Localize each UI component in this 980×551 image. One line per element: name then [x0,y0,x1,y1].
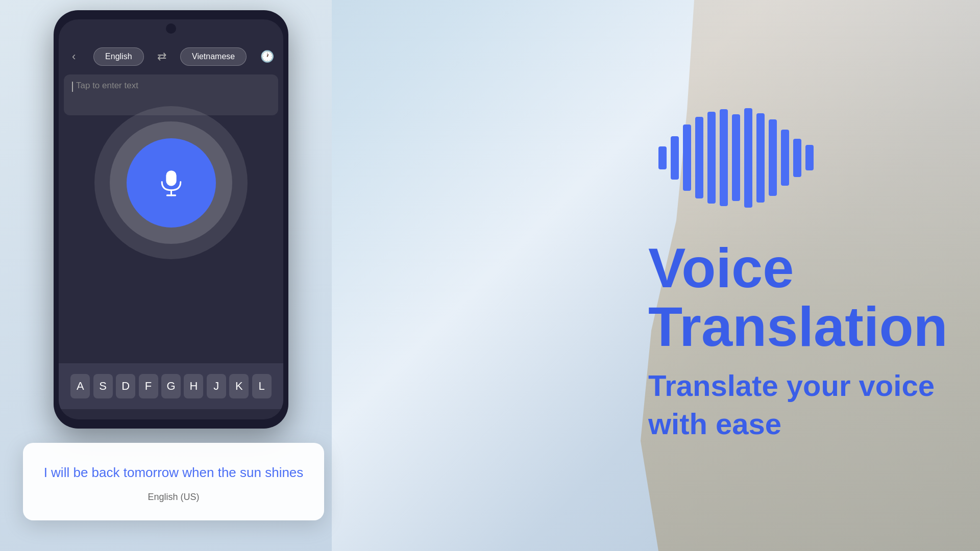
back-button[interactable]: ‹ [68,46,80,67]
wave-bar-0 [658,146,667,169]
sound-wave-visualization [658,108,949,208]
text-cursor [72,82,73,92]
target-language-button[interactable]: Vietnamese [180,47,247,66]
keyboard: A S D F G H J K L [59,363,283,409]
key-d[interactable]: D [116,374,135,398]
key-l[interactable]: L [252,374,272,398]
key-a[interactable]: A [70,374,90,398]
source-language-button[interactable]: English [93,47,143,66]
wave-bar-2 [683,124,691,191]
wave-bar-8 [756,113,765,203]
wave-bar-4 [707,112,716,204]
key-s[interactable]: S [93,374,113,398]
wave-bar-1 [671,136,679,180]
recognition-language: English (US) [43,492,304,503]
key-h[interactable]: H [184,374,203,398]
mic-outer-ring [94,106,248,259]
wave-bar-7 [744,108,752,208]
phone-mockup: ‹ English ⇄ Vietnamese 🕐 Tap to enter te… [54,10,288,429]
key-j[interactable]: J [207,374,226,398]
main-title: Voice Translation [648,238,949,356]
phone-notch [166,23,176,34]
key-f[interactable]: F [139,374,158,398]
subtitle: Translate your voice with ease [648,366,949,443]
wave-bar-5 [720,109,728,206]
voice-recognition-card: I will be back tomorrow when the sun shi… [23,443,324,520]
key-k[interactable]: K [229,374,249,398]
history-button[interactable]: 🕐 [260,50,274,63]
mic-area [59,111,283,254]
wave-bar-12 [805,145,814,170]
right-content-area: Voice Translation Translate your voice w… [332,0,980,551]
mic-button[interactable] [127,138,216,228]
key-g[interactable]: G [161,374,181,398]
wave-bar-6 [732,114,740,201]
mic-middle-ring [110,121,232,244]
recognized-text: I will be back tomorrow when the sun shi… [43,463,304,482]
subtitle-line1: Translate your voice [648,369,935,402]
swap-languages-button[interactable]: ⇄ [157,50,166,63]
input-placeholder: Tap to enter text [76,81,138,91]
wave-bar-11 [793,139,801,177]
phone-screen: ‹ English ⇄ Vietnamese 🕐 Tap to enter te… [59,19,283,419]
wave-bar-3 [695,117,703,198]
wave-bar-10 [781,130,789,186]
wave-bar-9 [769,119,777,196]
microphone-icon [155,166,188,199]
phone-toolbar: ‹ English ⇄ Vietnamese 🕐 [59,39,283,74]
svg-rect-0 [166,170,176,186]
subtitle-line2: with ease [648,407,781,440]
